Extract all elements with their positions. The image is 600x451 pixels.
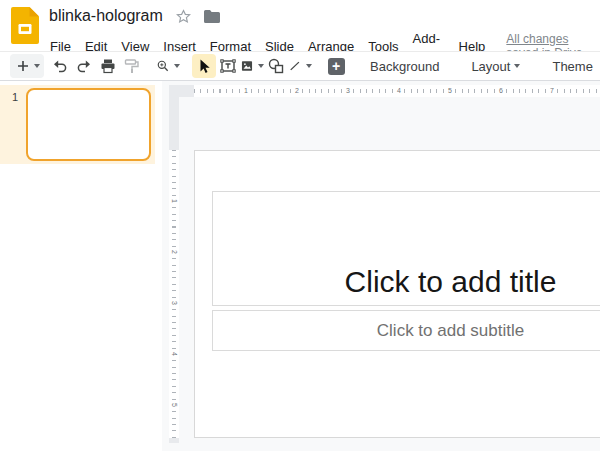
slide-number: 1 bbox=[12, 91, 18, 103]
paint-format-button[interactable] bbox=[120, 54, 144, 78]
toolbar: + Background Layout Theme Transition bbox=[0, 51, 600, 81]
google-slides-app: blinka-hologram File Edit View Insert Fo… bbox=[0, 0, 600, 451]
subtitle-placeholder-box[interactable]: Click to add subtitle bbox=[212, 310, 600, 351]
zoom-icon bbox=[156, 57, 170, 75]
image-icon bbox=[240, 57, 254, 75]
line-icon bbox=[288, 57, 302, 75]
text-box-icon bbox=[219, 57, 237, 75]
select-tool-button[interactable] bbox=[192, 54, 216, 78]
star-icon[interactable] bbox=[176, 9, 191, 24]
title-placeholder-text: Click to add title bbox=[345, 262, 557, 305]
ruler-number: 3 bbox=[344, 85, 352, 97]
print-button[interactable] bbox=[96, 54, 120, 78]
ruler-number: 4 bbox=[170, 349, 179, 359]
ruler-ticks: 1 2 3 4 5 bbox=[169, 150, 179, 438]
insert-line-button[interactable] bbox=[288, 54, 312, 78]
undo-icon bbox=[51, 57, 69, 75]
ruler-margin bbox=[169, 438, 179, 443]
cursor-arrow-icon bbox=[196, 58, 212, 74]
insert-image-button[interactable] bbox=[240, 54, 264, 78]
comment-plus-icon: + bbox=[328, 58, 345, 75]
theme-button[interactable]: Theme bbox=[542, 55, 600, 78]
ruler-number: 6 bbox=[497, 85, 505, 97]
ruler-number: 4 bbox=[395, 85, 403, 97]
slide-thumbnail[interactable] bbox=[26, 88, 151, 161]
plus-icon bbox=[16, 59, 30, 73]
title-placeholder-box[interactable]: Click to add title bbox=[212, 191, 600, 306]
new-slide-button[interactable] bbox=[10, 54, 44, 78]
paint-roller-icon bbox=[123, 57, 141, 75]
horizontal-ruler: 1 2 3 4 5 6 7 bbox=[169, 85, 600, 97]
undo-button[interactable] bbox=[48, 54, 72, 78]
editor-canvas: 1 2 3 4 5 6 7 1 2 3 4 5 bbox=[162, 81, 600, 451]
vertical-ruler: 1 2 3 4 5 bbox=[169, 85, 179, 443]
redo-icon bbox=[75, 57, 93, 75]
ruler-number: 5 bbox=[170, 400, 179, 410]
background-button[interactable]: Background bbox=[360, 55, 449, 78]
subtitle-placeholder-text: Click to add subtitle bbox=[377, 321, 524, 341]
layout-label: Layout bbox=[471, 59, 510, 74]
slides-logo-icon[interactable] bbox=[11, 7, 39, 44]
slide-page[interactable]: Click to add title Click to add subtitle bbox=[194, 150, 600, 438]
redo-button[interactable] bbox=[72, 54, 96, 78]
document-title[interactable]: blinka-hologram bbox=[49, 6, 163, 26]
chevron-down-icon bbox=[306, 64, 312, 68]
ruler-margin bbox=[169, 85, 179, 150]
chevron-down-icon bbox=[174, 64, 180, 68]
layout-button[interactable]: Layout bbox=[461, 55, 530, 78]
header: blinka-hologram File Edit View Insert Fo… bbox=[0, 0, 600, 51]
print-icon bbox=[99, 57, 117, 75]
add-comment-button[interactable]: + bbox=[324, 54, 348, 78]
ruler-number: 7 bbox=[548, 85, 556, 97]
ruler-number: 2 bbox=[170, 247, 179, 257]
ruler-number: 5 bbox=[446, 85, 454, 97]
slide-filmstrip: 1 bbox=[0, 81, 162, 451]
ruler-number: 2 bbox=[293, 85, 301, 97]
titlebar: blinka-hologram bbox=[49, 6, 220, 26]
ruler-ticks: 1 2 3 4 5 6 7 bbox=[194, 85, 600, 97]
shape-icon bbox=[267, 57, 285, 75]
slide-thumbnail-row[interactable]: 1 bbox=[0, 85, 155, 164]
ruler-number: 1 bbox=[242, 85, 250, 97]
chevron-down-icon bbox=[34, 64, 40, 68]
insert-shape-button[interactable] bbox=[264, 54, 288, 78]
ruler-number: 1 bbox=[170, 196, 179, 206]
zoom-button[interactable] bbox=[156, 54, 180, 78]
ruler-number: 3 bbox=[170, 298, 179, 308]
text-box-button[interactable] bbox=[216, 54, 240, 78]
move-folder-icon[interactable] bbox=[204, 10, 220, 23]
main-area: 1 1 2 3 4 5 6 7 bbox=[0, 81, 600, 451]
chevron-down-icon bbox=[514, 64, 520, 68]
